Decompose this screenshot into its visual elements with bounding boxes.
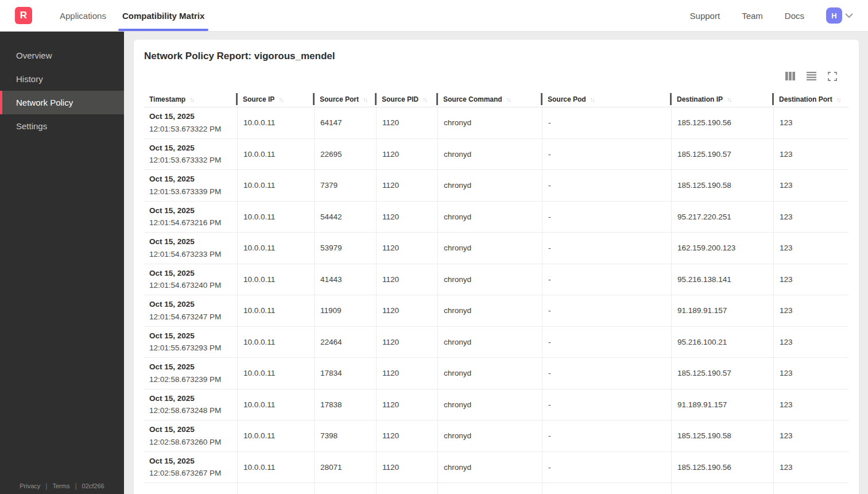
footer-divider: |: [45, 482, 47, 490]
table-row: Oct 15, 202512:02:58.673267 PM10.0.0.112…: [144, 452, 848, 484]
cell-source_pid: 1120: [377, 139, 438, 170]
sidebar-footer: Privacy | Terms | 02cf266: [0, 482, 124, 490]
cell-dest_port: [774, 483, 848, 494]
sidebar-item-settings[interactable]: Settings: [0, 114, 124, 138]
cell-source_port: 17838: [315, 389, 377, 420]
tab-compatibility-matrix[interactable]: Compatibility Matrix: [114, 0, 212, 31]
sidebar-item-history[interactable]: History: [0, 67, 124, 91]
column-header-timestamp[interactable]: Timestamp↑↓: [144, 91, 238, 107]
nav-link-team[interactable]: Team: [742, 11, 763, 21]
cell-dest_ip: 185.125.190.57: [672, 139, 774, 170]
cell-dest_ip: 95.216.100.21: [672, 327, 774, 358]
column-header-dest_port[interactable]: Destination Port↑↓: [774, 91, 848, 107]
column-label: Destination IP: [677, 95, 723, 103]
cell-source_command: chronyd: [438, 420, 542, 451]
privacy-link[interactable]: Privacy: [20, 483, 40, 489]
cell-source_pid: [377, 483, 438, 494]
fullscreen-icon[interactable]: [828, 72, 837, 81]
cell-source_pid: 1120: [377, 327, 438, 358]
sort-icon: ↑↓: [836, 96, 840, 103]
cell-source_command: chronyd: [438, 358, 542, 389]
cell-source_pod: -: [542, 452, 672, 483]
report-card: Network Policy Report: vigorous_mendel: [134, 40, 859, 494]
cell-source_pid: 1120: [377, 452, 438, 483]
cell-source_port: 7379: [315, 170, 377, 201]
cell-dest_ip: 185.125.190.58: [672, 170, 774, 201]
cell-source_ip: 10.0.0.11: [238, 358, 315, 389]
cell-source_pod: -: [542, 170, 672, 201]
sidebar-item-network-policy[interactable]: Network Policy: [0, 91, 124, 114]
columns-view-icon[interactable]: [785, 72, 795, 80]
column-label: Source Pod: [548, 95, 586, 103]
cell-source_ip: 10.0.0.11: [238, 139, 315, 170]
cell-source_command: [438, 483, 542, 494]
cell-source_pod: -: [542, 139, 672, 170]
chevron-down-icon: [845, 13, 853, 18]
column-label: Timestamp: [149, 95, 185, 103]
cell-source_ip: [238, 483, 315, 494]
cell-source_port: 28071: [315, 452, 377, 483]
list-view-icon[interactable]: [807, 72, 816, 80]
table-row: Oct 15, 202512:01:53.673339 PM10.0.0.117…: [144, 170, 848, 202]
column-header-source_pod[interactable]: Source Pod↑↓: [542, 91, 672, 107]
table-header: Timestamp↑↓Source IP↑↓Source Port↑↓Sourc…: [144, 91, 848, 107]
cell-timestamp: Oct 15, 202512:01:53.673332 PM: [144, 139, 238, 170]
cell-timestamp: Oct 15, 202512:01:55.673293 PM: [144, 327, 238, 358]
timestamp-time: 12:01:53.673339 PM: [149, 186, 231, 198]
cell-dest_ip: 95.217.220.251: [672, 202, 774, 233]
cell-dest_ip: 185.125.190.56: [672, 107, 774, 138]
table-row: Oct 15, 202512:01:54.673233 PM10.0.0.115…: [144, 233, 848, 264]
cell-dest_port: 123: [774, 389, 848, 420]
cell-source_pod: -: [542, 264, 672, 295]
cell-source_port: 22695: [315, 139, 377, 170]
cell-source_command: chronyd: [438, 327, 542, 358]
nav-right: Support Team Docs H: [690, 7, 868, 24]
cell-timestamp: Oct 15, 202512:02:58.673239 PM: [144, 358, 238, 389]
app-logo[interactable]: R: [15, 7, 32, 24]
cell-source_pod: [542, 483, 672, 494]
column-header-dest_ip[interactable]: Destination IP↑↓: [672, 91, 774, 107]
sort-icon: ↑↓: [590, 96, 594, 103]
page-title: Network Policy Report: vigorous_mendel: [144, 40, 848, 61]
cell-source_pod: -: [542, 295, 672, 326]
sidebar-item-overview[interactable]: Overview: [0, 44, 124, 67]
cell-source_ip: 10.0.0.11: [238, 202, 315, 233]
cell-dest_port: 123: [774, 170, 848, 201]
user-menu[interactable]: H: [826, 7, 853, 24]
cell-source_port: 54442: [315, 202, 377, 233]
sort-icon: ↑↓: [423, 96, 427, 103]
cell-source_pod: -: [542, 107, 672, 138]
column-header-source_ip[interactable]: Source IP↑↓: [238, 91, 315, 107]
cell-timestamp: Oct 15, 202512:02:58.673267 PM: [144, 452, 238, 483]
timestamp-time: 12:02:58.673260 PM: [149, 436, 231, 449]
cell-dest_ip: 91.189.91.157: [672, 295, 774, 326]
cell-source_command: chronyd: [438, 233, 542, 264]
main-content: Network Policy Report: vigorous_mendel: [124, 32, 868, 494]
table-body: Oct 15, 202512:01:53.673322 PM10.0.0.116…: [144, 107, 848, 494]
terms-link[interactable]: Terms: [52, 483, 69, 489]
cell-dest_port: 123: [774, 107, 848, 138]
timestamp-time: 12:01:55.673293 PM: [149, 342, 231, 354]
cell-source_command: chronyd: [438, 295, 542, 326]
column-label: Source Command: [443, 95, 502, 103]
cell-source_port: 17834: [315, 358, 377, 389]
cell-source_port: 22464: [315, 327, 377, 358]
column-header-source_command[interactable]: Source Command↑↓: [438, 91, 542, 107]
cell-source_pid: 1120: [377, 295, 438, 326]
nav-link-docs[interactable]: Docs: [785, 11, 804, 21]
tab-applications[interactable]: Applications: [52, 0, 114, 31]
top-nav: R Applications Compatibility Matrix Supp…: [0, 0, 868, 32]
timestamp-date: Oct 15, 2025: [149, 267, 231, 280]
table-row: Oct 15, 202512:01:55.673293 PM10.0.0.112…: [144, 327, 848, 358]
cell-dest_ip: 185.125.190.57: [672, 358, 774, 389]
timestamp-date: Oct 15, 2025: [149, 455, 231, 468]
footer-divider: |: [75, 482, 76, 490]
timestamp-date: Oct 15, 2025: [149, 110, 231, 123]
cell-source_command: chronyd: [438, 170, 542, 201]
cell-source_port: 53979: [315, 233, 377, 264]
column-header-source_pid[interactable]: Source PID↑↓: [377, 91, 438, 107]
nav-link-support[interactable]: Support: [690, 11, 720, 21]
column-header-source_port[interactable]: Source Port↑↓: [315, 91, 377, 107]
timestamp-time: 12:01:54.673240 PM: [149, 279, 231, 292]
cell-timestamp: Oct 15, 202512:01:54.673240 PM: [144, 264, 238, 295]
